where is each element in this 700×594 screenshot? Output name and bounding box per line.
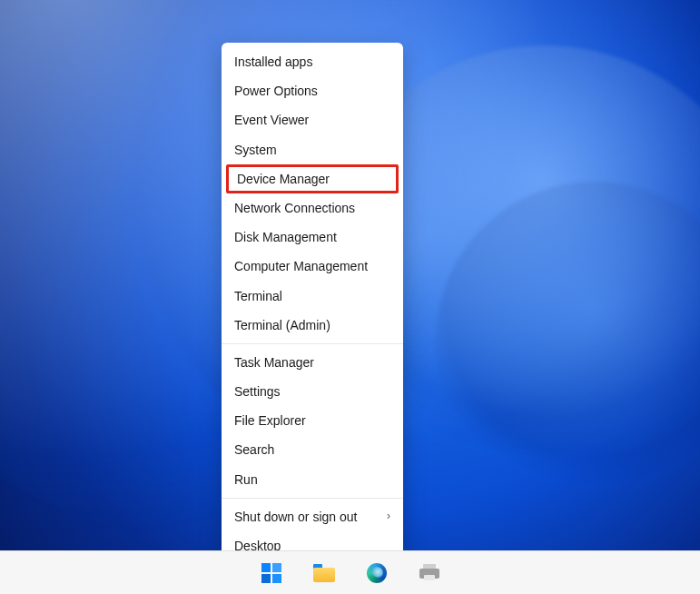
menu-item-label: Shut down or sign out (234, 509, 357, 525)
menu-item-label: Run (234, 471, 258, 488)
windows-start-icon (261, 563, 281, 583)
taskbar-device-app[interactable] (411, 555, 448, 591)
menu-item-power-options[interactable]: Power Options (222, 76, 403, 105)
taskbar-file-explorer[interactable] (306, 555, 342, 591)
menu-separator (222, 498, 403, 499)
menu-separator (222, 343, 403, 344)
menu-item-label: Task Manager (234, 354, 314, 371)
menu-item-system[interactable]: System (222, 135, 403, 164)
menu-item-run[interactable]: Run (222, 465, 403, 494)
menu-item-label: Search (234, 441, 274, 458)
folder-icon (313, 564, 335, 582)
menu-item-shut-down[interactable]: Shut down or sign out › (222, 502, 403, 531)
menu-item-label: Terminal (Admin) (234, 317, 330, 333)
menu-item-installed-apps[interactable]: Installed apps (222, 47, 403, 76)
edge-icon (367, 563, 387, 583)
printer-icon (419, 564, 439, 582)
menu-item-label: Disk Management (234, 229, 337, 245)
menu-item-device-manager[interactable]: Device Manager (226, 164, 399, 193)
menu-item-label: File Explorer (234, 412, 306, 429)
menu-item-label: Power Options (234, 83, 318, 99)
menu-item-label: Device Manager (237, 171, 330, 187)
menu-item-label: Settings (234, 383, 281, 400)
menu-item-terminal[interactable]: Terminal (222, 282, 403, 311)
menu-item-disk-management[interactable]: Disk Management (222, 223, 403, 252)
menu-item-label: Event Viewer (234, 112, 309, 128)
start-button[interactable] (253, 555, 290, 591)
taskbar-edge[interactable] (359, 555, 395, 591)
menu-item-settings[interactable]: Settings (222, 377, 403, 406)
winx-context-menu: Installed apps Power Options Event Viewe… (222, 43, 403, 565)
menu-item-label: System (234, 142, 277, 158)
menu-item-label: Terminal (234, 288, 282, 304)
taskbar (0, 550, 700, 594)
desktop[interactable]: Installed apps Power Options Event Viewe… (0, 0, 700, 594)
menu-item-label: Network Connections (234, 200, 355, 216)
menu-item-search[interactable]: Search (222, 435, 403, 464)
menu-item-file-explorer[interactable]: File Explorer (222, 406, 403, 435)
chevron-right-icon: › (387, 510, 390, 524)
menu-item-terminal-admin[interactable]: Terminal (Admin) (222, 311, 403, 340)
menu-item-computer-management[interactable]: Computer Management (222, 252, 403, 281)
menu-item-network-connections[interactable]: Network Connections (222, 193, 403, 223)
menu-item-task-manager[interactable]: Task Manager (222, 348, 403, 377)
menu-item-label: Installed apps (234, 54, 312, 70)
menu-item-event-viewer[interactable]: Event Viewer (222, 105, 403, 134)
menu-item-label: Computer Management (234, 258, 368, 274)
